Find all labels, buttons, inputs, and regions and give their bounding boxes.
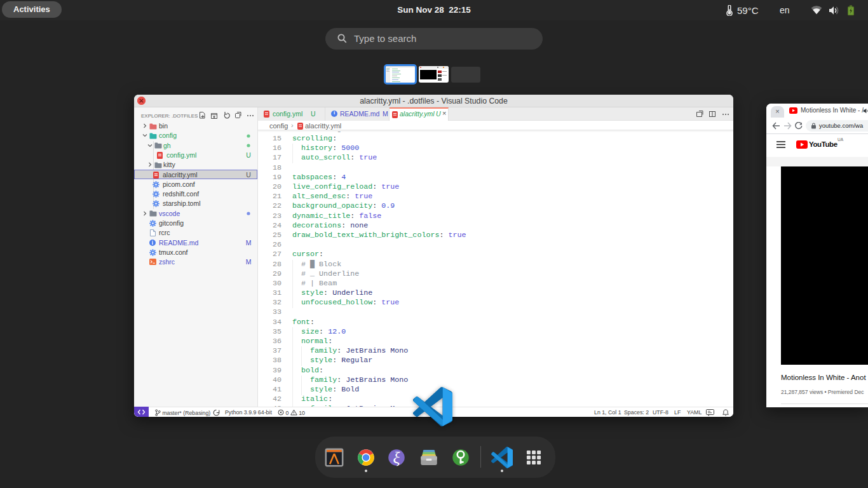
- svg-text:ξ: ξ: [393, 449, 400, 467]
